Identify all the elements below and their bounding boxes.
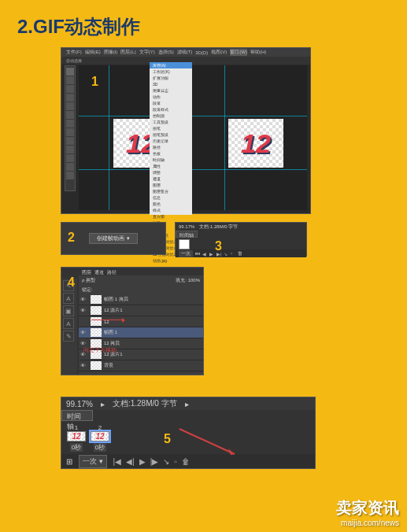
layer-row-selected[interactable]: 👁帧图 1 [79, 327, 203, 338]
menu-item[interactable]: 动画.jpg [150, 257, 192, 264]
menu-item[interactable]: 色板 [150, 150, 192, 157]
menu-item[interactable]: 段落样式 [150, 106, 192, 113]
frame-duration[interactable]: 0秒 [94, 443, 106, 452]
menu-item[interactable]: 3D [150, 81, 192, 87]
loop-select[interactable]: 一次 [179, 250, 193, 257]
new-frame-icon[interactable]: ▫ [174, 457, 177, 466]
menu-type[interactable]: 文字(Y) [139, 49, 155, 56]
type-tool-icon[interactable]: A [63, 318, 74, 329]
menu-item[interactable]: 扩展功能 [150, 75, 192, 81]
menu-item[interactable]: 图层复合 [150, 188, 192, 194]
gradient-tool-icon[interactable] [66, 146, 74, 153]
type-tool-icon[interactable] [66, 163, 74, 171]
menu-item[interactable]: 图层 [150, 182, 192, 188]
menu-item[interactable]: 仿制源 [150, 113, 192, 119]
move-tool-icon[interactable] [66, 68, 74, 76]
menu-window[interactable]: 窗口(W) [230, 49, 247, 56]
timeline-tab[interactable]: 时间轴 [61, 410, 93, 421]
tween-icon[interactable]: ↘ [224, 251, 228, 256]
menu-item[interactable]: 库存(A) [150, 62, 192, 68]
visibility-icon[interactable]: 👁 [80, 297, 88, 302]
tools-palette [65, 65, 76, 191]
menu-item[interactable]: 画笔 [150, 125, 192, 131]
marquee-tool-icon[interactable] [66, 76, 74, 84]
annotation-text: 向左下方移动 [83, 346, 117, 354]
frame-1[interactable]: 1 12 0秒 [66, 424, 87, 451]
timeline-tab[interactable]: 时间轴 [176, 231, 198, 238]
visibility-icon[interactable]: 👁 [80, 330, 88, 335]
stamp-tool-icon[interactable] [66, 128, 74, 136]
menu-file[interactable]: 文件(F) [66, 49, 82, 56]
play-icon[interactable]: ▶ [139, 457, 146, 466]
menu-item[interactable]: 直方图 [150, 213, 192, 220]
menu-item[interactable]: 工作区(K) [150, 68, 192, 75]
menu-item[interactable]: 画笔预设 [150, 131, 192, 138]
menu-item[interactable]: 历史记录 [150, 138, 192, 144]
menu-item[interactable]: 通道 [150, 175, 192, 182]
menu-image[interactable]: 图像(I) [104, 49, 118, 56]
menu-item[interactable]: 路径 [150, 144, 192, 150]
menu-item[interactable]: 动作 [150, 94, 192, 100]
menu-item[interactable]: 信息 [150, 194, 192, 201]
canvas[interactable]: 12 12 [79, 65, 307, 210]
step-1-label: 1 [91, 75, 98, 89]
layer-row[interactable]: 12 [79, 316, 203, 327]
layer-row[interactable]: 👁背景 [79, 360, 203, 371]
tab-paths[interactable]: 路径 [107, 269, 117, 274]
tab-channels[interactable]: 通道 [94, 269, 104, 274]
new-frame-icon[interactable]: ▫ [231, 251, 235, 256]
menu-filter[interactable]: 滤镜(T) [177, 49, 193, 56]
play-icon[interactable]: ▶ [209, 251, 214, 256]
menu-select[interactable]: 选择(S) [158, 49, 174, 56]
eyedropper-tool-icon[interactable] [66, 111, 74, 119]
visibility-icon[interactable]: 👁 [80, 363, 88, 368]
frame-2-selected[interactable]: 2 12 0秒 [90, 424, 110, 451]
menu-item[interactable]: 样式 [150, 207, 192, 213]
layer-thumb [91, 361, 102, 370]
prev-frame-icon[interactable]: ◀| [126, 457, 135, 466]
next-frame-icon[interactable]: |▶ [150, 457, 159, 466]
menu-3d[interactable]: 3D(D) [195, 50, 208, 55]
create-frame-animation-button[interactable]: 创建帧动画 ▾ [89, 233, 138, 244]
color-tool-icon[interactable]: ▣ [63, 305, 74, 316]
crop-tool-icon[interactable] [66, 102, 74, 110]
type-tool-icon[interactable]: A [63, 293, 74, 304]
kind-filter[interactable]: ρ 类型 [82, 277, 95, 284]
layer-thumb [91, 295, 102, 304]
menu-item[interactable]: 工具预设 [150, 119, 192, 125]
frame-1[interactable] [179, 239, 190, 249]
menu-edit[interactable]: 编辑(E) [85, 49, 101, 56]
hand-tool-icon[interactable] [66, 172, 74, 179]
menu-help[interactable]: 帮助(H) [250, 49, 266, 56]
tween-icon[interactable]: ↘ [163, 457, 169, 466]
menu-item[interactable]: 颜色 [150, 201, 192, 207]
eyedropper-tool-icon[interactable]: ✎ [63, 331, 74, 342]
loop-select[interactable]: 一次 ▾ [79, 455, 107, 468]
tab-layers[interactable]: 图层 [82, 269, 91, 274]
wand-tool-icon[interactable] [66, 94, 74, 102]
delete-frame-icon[interactable]: 🗑 [182, 457, 190, 466]
delete-frame-icon[interactable]: 🗑 [238, 251, 242, 256]
layer-row[interactable]: 👁12 源片1 [79, 305, 203, 316]
visibility-icon[interactable]: 👁 [80, 308, 88, 313]
menu-item-timeline[interactable]: 时间轴 [150, 157, 192, 163]
eraser-tool-icon[interactable] [66, 137, 74, 145]
frame-duration[interactable]: 0秒 [70, 443, 83, 452]
menu-item[interactable]: 测量日志 [150, 87, 192, 94]
prev-frame-icon[interactable]: ◀ [202, 251, 207, 256]
menu-item[interactable]: 段落 [150, 100, 192, 106]
convert-mode-icon[interactable]: ⊞ [66, 457, 72, 466]
lasso-tool-icon[interactable] [66, 85, 74, 93]
layer-row[interactable]: 👁帧图 1 拷贝 [79, 294, 203, 305]
first-frame-icon[interactable]: |◀ [113, 457, 122, 466]
brush-tool-icon[interactable] [66, 120, 74, 127]
pen-tool-icon[interactable] [66, 154, 74, 162]
lock-row: 锁定: [79, 285, 203, 294]
menu-layer[interactable]: 图层(L) [120, 49, 135, 56]
artwork-right: 12 [228, 119, 283, 168]
menu-item[interactable]: 调整 [150, 169, 192, 175]
menu-item[interactable]: 属性 [150, 163, 192, 169]
visibility-icon[interactable]: 👁 [80, 341, 88, 346]
menu-view[interactable]: 视图(V) [211, 49, 227, 56]
first-frame-icon[interactable]: ⏮ [195, 251, 200, 256]
